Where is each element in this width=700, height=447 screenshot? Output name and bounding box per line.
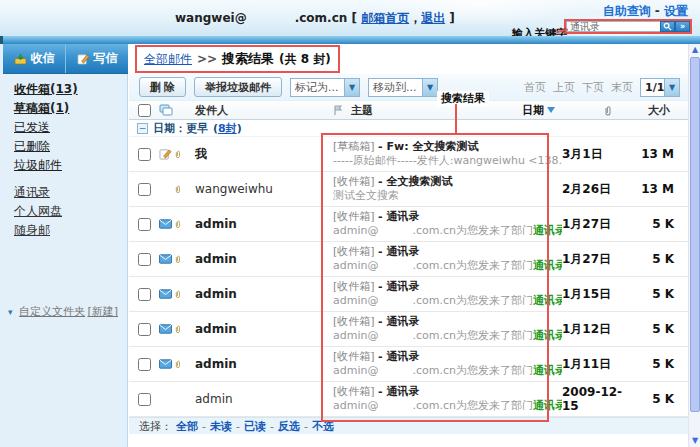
attachment-icon <box>174 289 181 300</box>
receive-mail-button[interactable]: 收信 <box>3 44 65 73</box>
size-header-label[interactable]: 大小 <box>648 103 688 118</box>
row-checkbox[interactable] <box>138 253 151 266</box>
mail-row[interactable]: admin [收件箱] - 通讯录 admin@.com.cn为您发来了部门通讯… <box>129 277 688 312</box>
row-checkbox[interactable] <box>138 218 151 231</box>
select-invert-link[interactable]: 反选 <box>278 419 300 434</box>
blue-band <box>0 36 700 44</box>
row-checkbox[interactable] <box>138 183 151 196</box>
subject-cell[interactable]: [草稿箱] - Fw: 全文搜索测试 -----原始邮件-----发件人:wan… <box>333 140 562 168</box>
sender[interactable]: admin <box>195 287 333 301</box>
custom-folders-link[interactable]: 自定义文件夹 <box>19 305 85 318</box>
attachment-icon <box>174 254 181 265</box>
collapse-group-icon[interactable]: − <box>137 123 148 134</box>
mail-row[interactable]: admin [收件箱] - 通讯录 admin@.com.cn为您发来了部门通讯… <box>129 382 688 417</box>
subject-cell[interactable]: [收件箱] - 通讯录 admin@.com.cn为您发来了部门通讯录... <box>333 280 562 308</box>
mail-row[interactable]: admin [收件箱] - 通讯录 admin@.com.cn为您发来了部门通讯… <box>129 347 688 382</box>
sidebar-item-mobilemail[interactable]: 随身邮 <box>14 225 124 236</box>
page-select[interactable]: 1/1 ▼ <box>640 78 680 97</box>
mark-as-select[interactable]: 标记为... ▼ <box>290 78 360 97</box>
row-checkbox[interactable] <box>138 393 151 406</box>
settings-link[interactable]: 设置 <box>664 4 688 18</box>
scrollbar-thumb[interactable] <box>690 57 700 412</box>
report-spam-button[interactable]: 举报垃圾邮件 <box>194 77 282 97</box>
next-page-link[interactable]: 下页 <box>582 80 604 95</box>
sender[interactable]: admin <box>195 392 333 406</box>
flag-icon[interactable] <box>333 105 343 116</box>
select-all-link[interactable]: 全部 <box>176 419 198 434</box>
subject-cell[interactable]: [收件箱] - 通讯录 admin@.com.cn为您发来了部门通讯录... <box>333 210 562 238</box>
mail-row[interactable]: admin [收件箱] - 通讯录 admin@.com.cn为您发来了部门通讯… <box>129 312 688 347</box>
mail-row[interactable]: admin [收件箱] - 通讯录 admin@.com.cn为您发来了部门通讯… <box>129 207 688 242</box>
mail-row[interactable]: wangweiwhu [收件箱] - 全文搜索测试 测试全文搜索 2月26日 1… <box>129 172 688 207</box>
last-page-link[interactable]: 末页 <box>611 80 633 95</box>
self-service-link[interactable]: 自助查询 <box>603 4 651 18</box>
sidebar-item-deleted[interactable]: 已删除 <box>14 141 124 152</box>
select-all-checkbox[interactable] <box>138 104 151 117</box>
select-read-link[interactable]: 已读 <box>244 419 266 434</box>
size: 5 K <box>636 322 688 336</box>
row-checkbox[interactable] <box>138 323 151 336</box>
row-checkbox[interactable] <box>138 358 151 371</box>
date: 2009-12-15 <box>562 385 636 413</box>
scroll-down-icon[interactable]: ▼ <box>689 435 700 447</box>
vertical-scrollbar[interactable]: ▲ ▼ <box>688 44 700 447</box>
sidebar-item-inbox[interactable]: 收件箱(13) <box>14 84 124 95</box>
search-button[interactable] <box>660 21 675 32</box>
date: 1月15日 <box>562 286 636 303</box>
compose-mail-button[interactable]: 写信 <box>65 44 128 73</box>
sidebar-item-netdisk[interactable]: 个人网盘 <box>14 206 124 217</box>
subject-cell[interactable]: [收件箱] - 全文搜索测试 测试全文搜索 <box>333 175 562 203</box>
subject-cell[interactable]: [收件箱] - 通讯录 admin@.com.cn为您发来了部门通讯录... <box>333 385 562 413</box>
sender[interactable]: admin <box>195 322 333 336</box>
select-none-link[interactable]: 不选 <box>312 419 334 434</box>
subject-text: - 通讯录 <box>378 245 419 258</box>
thread-icon[interactable] <box>159 104 173 116</box>
subject-cell[interactable]: [收件箱] - 通讯录 admin@.com.cn为您发来了部门通讯录... <box>333 245 562 273</box>
chevron-down-icon[interactable]: ▾ <box>8 307 13 317</box>
sender-column-header[interactable]: 发件人 <box>195 103 333 118</box>
sender[interactable]: admin <box>195 217 333 231</box>
first-page-link[interactable]: 首页 <box>524 80 546 95</box>
sender[interactable]: 我 <box>195 146 333 163</box>
subject-cell[interactable]: [收件箱] - 通讯录 admin@.com.cn为您发来了部门通讯录... <box>333 350 562 378</box>
sidebar-item-drafts[interactable]: 草稿箱(1) <box>14 103 124 114</box>
mailbox-home-link[interactable]: 邮箱首页 <box>361 11 409 25</box>
logout-link[interactable]: 退出 <box>421 11 445 25</box>
subject-cell[interactable]: [收件箱] - 通讯录 admin@.com.cn为您发来了部门通讯录... <box>333 315 562 343</box>
sender[interactable]: wangweiwhu <box>195 182 333 196</box>
select-unread-link[interactable]: 未读 <box>210 419 232 434</box>
group-count-link[interactable]: 8封 <box>218 122 237 135</box>
sidebar-item-spam[interactable]: 垃圾邮件 <box>14 160 124 171</box>
subject-text: - 通讯录 <box>378 350 419 363</box>
row-checkbox[interactable] <box>138 148 151 161</box>
mail-row[interactable]: admin [收件箱] - 通讯录 admin@.com.cn为您发来了部门通讯… <box>129 242 688 277</box>
size-column-header[interactable] <box>596 104 648 117</box>
preview-text: 测试全文搜索 <box>333 189 562 203</box>
size: 5 K <box>636 217 688 231</box>
envelope-icon <box>159 324 172 334</box>
attachment-icon <box>174 219 181 230</box>
sidebar-item-contacts[interactable]: 通讯录 <box>14 187 124 198</box>
all-mail-link[interactable]: 全部邮件 <box>144 51 192 68</box>
prev-page-link[interactable]: 上页 <box>553 80 575 95</box>
chevron-down-icon: ▼ <box>344 79 359 96</box>
folder-tag: [收件箱] <box>333 385 375 398</box>
scroll-up-icon[interactable]: ▲ <box>689 44 700 56</box>
sidebar-item-sent[interactable]: 已发送 <box>14 122 124 133</box>
row-checkbox[interactable] <box>138 288 151 301</box>
search-advanced-button[interactable]: » <box>675 21 690 32</box>
breadcrumb: 全部邮件 >> 搜索结果 (共 8 封) <box>129 44 688 74</box>
delete-button[interactable]: 删 除 <box>139 77 186 97</box>
attachment-icon <box>174 359 181 370</box>
sidebar: 收信 写信 收件箱(13) 草稿箱(1) 已发送 已删除 垃圾邮件 通讯录 个人… <box>0 44 128 447</box>
sort-desc-icon <box>547 107 555 113</box>
date-column-header[interactable]: 日期 <box>522 103 596 118</box>
size: 5 K <box>636 287 688 301</box>
new-folder-link[interactable]: [新建] <box>87 304 118 319</box>
sender[interactable]: admin <box>195 357 333 371</box>
sender[interactable]: admin <box>195 252 333 266</box>
search-input[interactable] <box>566 21 660 32</box>
contacts-green-text: 通讯录 <box>533 294 562 307</box>
move-to-select[interactable]: 移动到... ▼ <box>368 78 438 97</box>
mail-row[interactable]: 我 [草稿箱] - Fw: 全文搜索测试 -----原始邮件-----发件人:w… <box>129 137 688 172</box>
